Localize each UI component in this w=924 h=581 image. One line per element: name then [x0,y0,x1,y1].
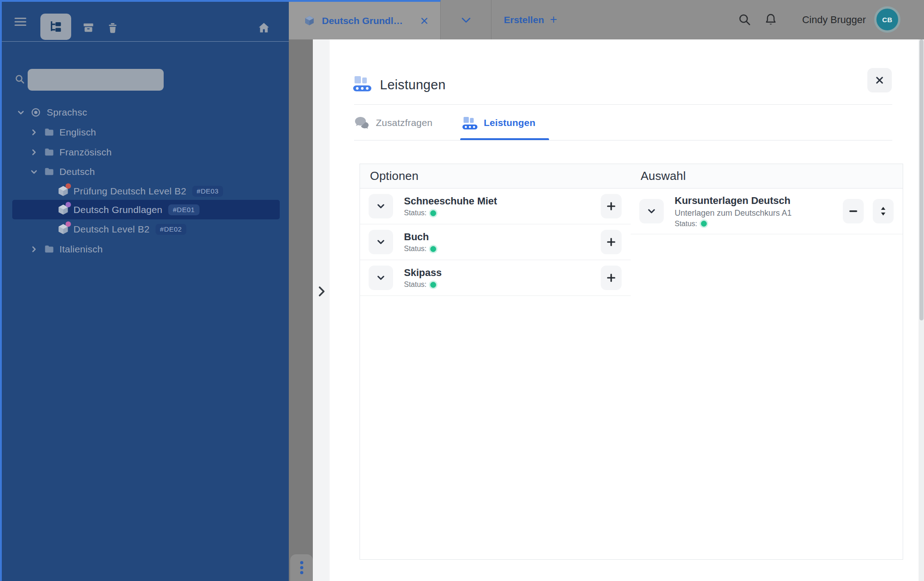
plus-icon: + [550,14,557,26]
tab-close-icon[interactable] [420,17,428,25]
sort-arrows-icon [879,206,888,216]
notification-dot [65,202,71,208]
tree-node-deutsch[interactable]: Deutsch [2,162,291,181]
chat-bubbles-icon [354,116,370,130]
selection-subtitle: Unterlagen zum Deutschkurs A1 [675,208,792,218]
package-icon [57,203,69,216]
node-id-badge: #DE01 [168,204,199,215]
menu-icon[interactable] [14,15,27,28]
close-icon [875,76,884,85]
archive-icon[interactable] [82,21,95,34]
node-id-badge: #DE03 [192,186,223,197]
tab-leistungen[interactable]: Leistungen [462,111,535,135]
panel-collapse-rail [313,39,330,581]
user-name[interactable]: Cindy Brugger [797,0,871,39]
header-divider [354,104,892,105]
tab-zusatzfragen[interactable]: Zusatzfragen [354,111,433,135]
option-row-skipass: Skipass Status: [360,260,631,296]
tree-node-label: Prüfung Deutsch Level B2 [73,186,186,197]
remove-selection-button[interactable] [843,199,864,223]
radio-dot-icon [31,107,41,117]
create-label: Erstellen [504,15,544,25]
chevron-right-icon[interactable] [29,128,39,137]
tree-node-franzoesisch[interactable]: Französisch [2,142,291,162]
global-search-icon[interactable] [738,13,751,28]
folder-icon [44,167,54,176]
home-icon[interactable] [257,21,271,34]
avatar[interactable]: CB [876,9,898,30]
column-header: Auswahl [631,164,903,189]
package-icon [304,15,315,26]
notification-dot [65,183,71,189]
expand-option-button[interactable] [369,266,393,290]
tree-node-deutsch-grundlagen[interactable]: Deutsch Grundlagen #DE01 [2,200,291,219]
chevron-down-icon [460,14,472,26]
minus-icon [849,207,858,216]
tree-structure-icon [49,19,63,34]
status-dot-green [430,282,436,288]
expand-selection-button[interactable] [639,199,664,223]
tab-label: Deutsch Grundl… [322,15,403,26]
status-dot-green [701,221,707,227]
chevron-right-icon[interactable] [29,245,39,254]
option-status: Status: [404,281,442,289]
expand-panel-arrow-icon[interactable] [315,283,328,300]
package-icon [57,223,69,235]
folder-icon [44,147,54,157]
tree-view-button[interactable] [40,14,71,40]
tree-node-sprachsc[interactable]: Sprachsc [2,102,291,122]
create-button[interactable]: Erstellen + [491,0,569,39]
chevron-down-icon[interactable] [16,108,25,117]
tree-node-pruefung-deutsch-b2[interactable]: Prüfung Deutsch Level B2 #DE03 [2,181,291,201]
column-header: Optionen [360,164,631,189]
tab-list-dropdown[interactable] [441,0,491,39]
tab-deutsch-grundlagen[interactable]: Deutsch Grundl… [289,0,441,39]
tree-node-englisch[interactable]: Englisch [2,122,291,142]
chevron-down-icon[interactable] [29,167,39,176]
sidebar: Sprachsc Englisch Französisch Deutsch Pr… [0,0,289,581]
expand-option-button[interactable] [369,230,393,254]
scrollbar-thumb[interactable] [919,39,924,320]
option-title: Skipass [404,267,442,279]
notifications-bell-icon[interactable] [764,13,778,28]
selection-status: Status: [675,220,792,228]
tree-node-label: Italienisch [59,244,103,255]
notification-dot [65,221,71,227]
conveyor-icon [462,116,477,130]
folder-icon [44,244,54,254]
add-option-button[interactable] [601,230,622,254]
search-icon [15,74,25,87]
selected-row-kursunterlagen: Kursunterlagen Deutsch Unterlagen zum De… [631,189,903,234]
panel-scrollbar[interactable] [919,39,924,581]
tree-node-italienisch[interactable]: Italienisch [2,239,291,259]
reorder-selection-button[interactable] [873,199,894,223]
tree-node-label: Sprachsc [47,107,87,118]
expand-option-button[interactable] [369,194,393,218]
option-status: Status: [404,209,497,217]
topbar: Deutsch Grundl… Erstellen + Cindy Brugge… [289,0,924,39]
chevron-down-icon [376,237,386,247]
app-root: Sprachsc Englisch Französisch Deutsch Pr… [0,0,924,581]
chevron-right-icon[interactable] [29,148,39,157]
panel-title: Leistungen [380,77,446,92]
more-options-button[interactable] [290,554,313,581]
sidebar-search-input[interactable] [28,69,164,91]
chevron-down-icon [376,201,386,211]
option-row-buch: Buch Status: [360,224,631,260]
add-option-button[interactable] [601,194,622,218]
tree-node-label: Deutsch Grundlagen [73,204,162,215]
trash-icon[interactable] [106,21,119,34]
node-id-badge: #DE02 [156,224,186,235]
add-option-button[interactable] [601,266,622,290]
tree-node-deutsch-level-b2[interactable]: Deutsch Level B2 #DE02 [2,219,291,239]
status-dot-green [430,246,436,252]
status-dot-green [430,210,436,216]
option-title: Buch [404,231,436,243]
leistungen-panel: Leistungen Zusatzfragen Leistungen Optio… [330,39,919,581]
optionen-column: Optionen Schneeschuhe Miet Status: [360,164,631,560]
tab-label: Leistungen [484,117,535,128]
close-panel-button[interactable] [867,68,892,92]
package-icon [57,185,69,197]
tree-node-label: Deutsch Level B2 [73,224,150,235]
plus-icon [607,237,616,247]
